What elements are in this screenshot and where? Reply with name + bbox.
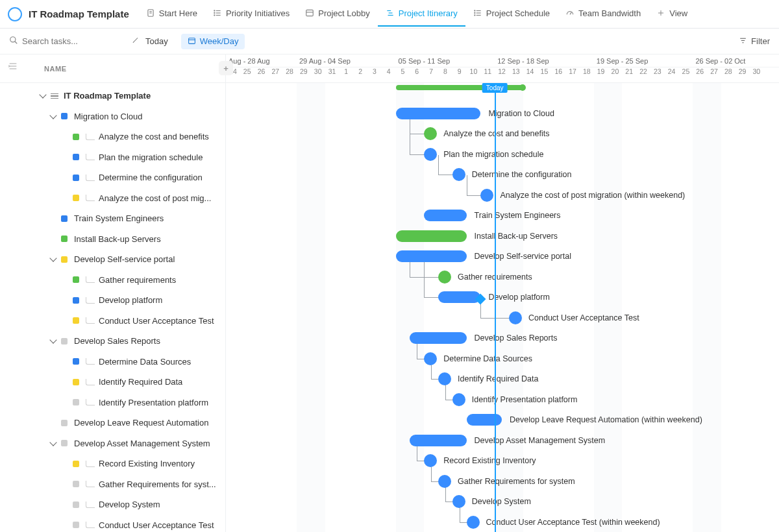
tab-view[interactable]: View [649,2,695,27]
week-cell: 26 Sep - 02 Oct [693,54,778,67]
task-row[interactable]: Record Existing Inventory [0,453,225,474]
gantt-row: Train System Engineers [226,206,779,226]
task-row[interactable]: Analyze the cost of post mig... [0,188,225,209]
task-row[interactable]: Gather Requirements for syst... [0,474,225,495]
search-input[interactable] [22,36,131,46]
task-row[interactable]: Identify Required Data [0,372,225,393]
task-label: Gather Requirements for syst... [99,479,216,489]
chevron-down-icon[interactable] [133,38,138,43]
logo-icon [8,7,22,21]
status-square-icon [61,113,68,119]
gantt-bar[interactable] [396,250,467,262]
subtask-icon [86,317,95,324]
gantt-dot[interactable] [438,271,451,284]
task-row[interactable]: Gather requirements [0,270,225,291]
day-cell: 18 [580,67,594,82]
tab-start-here[interactable]: Start Here [138,2,205,27]
task-row[interactable]: Analyze the cost and benefits [0,127,225,147]
gantt-dot[interactable] [467,516,480,529]
gantt-row: Analyze the cost and benefits [226,124,779,145]
task-row[interactable]: Conduct User Acceptance Test [0,515,225,533]
gantt-bar[interactable] [467,414,502,426]
tab-label: Project Lobby [318,8,370,18]
add-task-button[interactable]: + [219,61,233,75]
today-button[interactable]: Today [140,34,173,49]
caret-icon[interactable] [39,91,46,99]
task-row[interactable]: Develop System [0,494,225,515]
caret-icon[interactable] [49,112,56,119]
task-row[interactable]: Train System Engineers [0,208,225,229]
task-row[interactable]: Identify Presentation platform [0,393,225,413]
gauge-icon [565,8,575,18]
gantt-dot[interactable] [424,127,437,140]
day-cell: 25 [240,67,254,82]
task-row[interactable]: Migration to Cloud [0,106,225,127]
day-cell: 17 [565,67,580,82]
subtask-icon [86,154,95,160]
gantt-dot[interactable] [480,189,493,202]
day-cell: 8 [438,67,452,82]
subtask-icon [86,481,95,487]
week-cell: 19 Sep - 25 Sep [594,54,693,67]
task-label: Develop System [99,500,160,509]
gantt-row: Develop Leave Request Automation (within… [226,410,779,431]
day-cell: 1 [339,67,353,82]
day-cell: 22 [636,67,650,82]
task-row[interactable]: Install Back-up Servers [0,229,225,250]
gantt-bar[interactable] [396,230,467,242]
task-row[interactable]: Plan the migration schedule [0,147,225,168]
task-row[interactable]: Develop Asset Management System [0,433,225,454]
caret-icon[interactable] [49,337,56,344]
day-cell: 27 [268,67,282,82]
doc-icon [146,8,155,18]
gantt-bar[interactable] [410,435,466,446]
main: NAME + IT Roadmap TemplateMigration to C… [0,54,779,532]
filter-button[interactable]: Filter [739,36,770,47]
gantt-dot[interactable] [424,148,437,161]
task-row[interactable]: Develop platform [0,290,225,311]
range-pill[interactable]: Week/Day [181,34,245,49]
gantt-dot[interactable] [452,168,465,181]
task-label: Identify Required Data [99,377,182,387]
gantt-bar[interactable] [424,210,466,221]
task-row[interactable]: Develop Self-service portal [0,249,225,270]
tab-label: Team Bandwidth [578,8,641,18]
gantt-dot[interactable] [438,372,451,385]
gantt-bar[interactable] [396,108,481,119]
gantt-dot[interactable] [452,393,465,406]
day-cell: 6 [410,67,424,82]
day-cell: 24 [665,67,679,82]
tab-project-lobby[interactable]: Project Lobby [297,2,378,27]
gantt-body[interactable]: TodayMigration to CloudAnalyze the cost … [226,83,779,532]
collapse-panel-icon[interactable] [8,61,18,74]
gantt-dot[interactable] [438,475,451,488]
search-wrap [9,36,132,47]
gantt-bar[interactable] [410,332,466,344]
day-header: 2425262728293031123456789101112131415161… [226,67,779,83]
gantt-dot[interactable] [452,495,465,508]
status-square-icon [73,134,79,140]
gantt-row: Identify Presentation platform [226,390,779,411]
caret-icon[interactable] [49,255,56,262]
tab-priority-initiatives[interactable]: Priority Initiatives [205,2,297,27]
gantt-row: Determine Data Sources [226,349,779,370]
day-cell: 10 [467,67,481,82]
task-row[interactable]: Determine Data Sources [0,352,225,372]
tab-project-itinerary[interactable]: Project Itinerary [378,2,465,27]
tab-team-bandwidth[interactable]: Team Bandwidth [558,2,649,27]
gantt-bar-label: Train System Engineers [475,211,561,220]
task-row[interactable]: Develop Leave Request Automation [0,413,225,433]
task-row[interactable]: Develop Sales Reports [0,331,225,352]
gantt-dot[interactable] [424,352,437,365]
task-row[interactable]: Determine the configuration [0,167,225,188]
caret-icon[interactable] [49,439,56,446]
gantt-bar[interactable] [438,291,480,303]
gantt-dot[interactable] [509,311,522,324]
task-label: Develop platform [99,295,162,305]
tab-project-schedule[interactable]: Project Schedule [465,2,558,27]
task-row[interactable]: IT Roadmap Template [0,86,225,106]
task-row[interactable]: Conduct User Acceptance Test [0,311,225,332]
day-cell: 3 [367,67,382,82]
day-cell: 2 [353,67,367,82]
status-square-icon [61,338,68,345]
